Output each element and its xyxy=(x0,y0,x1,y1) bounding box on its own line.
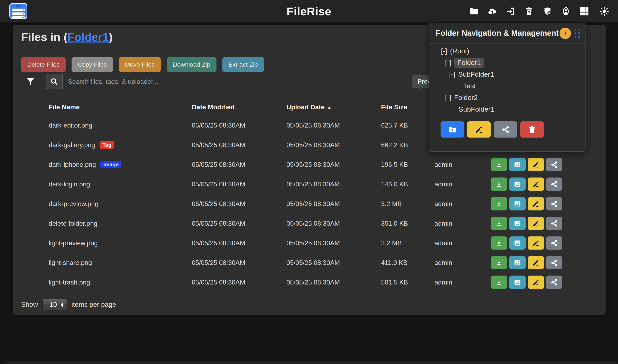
file-name[interactable]: dark-gallery.png xyxy=(49,141,95,149)
drag-handle-icon[interactable] xyxy=(575,29,580,38)
tree-item-subfolder1[interactable]: [-]SubFolder1 xyxy=(429,68,585,80)
rename-icon[interactable] xyxy=(528,178,544,191)
admin-shield-icon[interactable] xyxy=(542,6,552,16)
search-input[interactable] xyxy=(62,74,421,89)
share-icon[interactable] xyxy=(546,256,562,269)
search-icon[interactable] xyxy=(46,74,62,89)
delete-folder-icon[interactable] xyxy=(520,121,544,138)
copy-files-button[interactable]: Copy Files xyxy=(72,57,113,72)
col-file-name[interactable]: File Name xyxy=(49,104,79,111)
file-name[interactable]: dark-login.png xyxy=(49,181,90,188)
file-name[interactable]: dark-editor.png xyxy=(49,122,92,129)
share-icon[interactable] xyxy=(546,158,562,171)
folder-label-selected[interactable]: Folder1 xyxy=(454,58,484,68)
folder-label[interactable]: (Root) xyxy=(450,47,469,55)
file-size: 3.2 MB xyxy=(381,200,402,208)
download-icon[interactable] xyxy=(491,217,507,230)
file-name[interactable]: delete-folder.png xyxy=(49,220,97,227)
upload-date: 05/05/25 08:30AM xyxy=(286,279,340,286)
upload-date: 05/05/25 08:30AM xyxy=(286,181,340,188)
download-icon[interactable] xyxy=(491,256,507,269)
preview-image-icon[interactable] xyxy=(509,197,526,210)
uploader: admin xyxy=(434,200,452,208)
filter-funnel-icon[interactable] xyxy=(26,77,35,87)
share-icon[interactable] xyxy=(546,217,562,230)
move-files-button[interactable]: Move Files xyxy=(119,57,161,72)
download-icon[interactable] xyxy=(491,236,507,250)
preview-image-icon[interactable] xyxy=(509,276,526,289)
file-badge: Tag xyxy=(100,141,114,149)
download-icon[interactable] xyxy=(491,158,507,171)
collapse-toggle[interactable]: [-] xyxy=(441,47,447,55)
folder-navigation-panel: Folder Navigation & Management i [-](Roo… xyxy=(429,23,586,152)
user-account-icon[interactable] xyxy=(561,6,571,16)
folder-label[interactable]: Folder2 xyxy=(454,94,478,102)
light-mode-sun-icon[interactable] xyxy=(599,6,609,16)
apps-grid-icon[interactable] xyxy=(579,6,589,16)
date-modified: 05/05/25 08:30AM xyxy=(192,141,245,149)
cloud-upload-icon[interactable] xyxy=(487,6,497,16)
folder-icon[interactable] xyxy=(469,6,479,16)
folder-label[interactable]: SubFolder1 xyxy=(458,70,494,78)
download-icon[interactable] xyxy=(491,178,507,191)
date-modified: 05/05/25 08:30AM xyxy=(192,220,245,227)
collapse-toggle[interactable]: [-] xyxy=(445,94,451,102)
col-date-modified[interactable]: Date Modified xyxy=(192,104,235,111)
preview-image-icon[interactable] xyxy=(509,178,526,191)
tree-item-folder2[interactable]: [-]Folder2 xyxy=(429,92,585,104)
folder-panel-title: Folder Navigation & Management xyxy=(436,29,559,38)
table-row: dark-iphone.pngImage 05/05/25 08:30AM 05… xyxy=(13,155,605,174)
sign-in-icon[interactable] xyxy=(506,6,516,16)
file-name[interactable]: light-trash.png xyxy=(49,279,90,286)
items-per-page-select[interactable]: 10 ▲▼ xyxy=(42,299,67,311)
date-modified: 05/05/25 08:30AM xyxy=(192,279,245,286)
share-icon[interactable] xyxy=(546,197,562,210)
rename-icon[interactable] xyxy=(528,236,544,250)
file-size: 501.5 KB xyxy=(381,279,408,286)
rename-icon[interactable] xyxy=(528,256,544,269)
filerise-app: FileRise Files in (Folder1) Delete Files… xyxy=(0,0,618,364)
download-zip-button[interactable]: Download Zip xyxy=(167,57,216,72)
collapse-toggle[interactable]: [-] xyxy=(445,59,451,67)
rename-icon[interactable] xyxy=(528,197,544,210)
uploader: admin xyxy=(434,161,452,169)
folder-label[interactable]: Test xyxy=(463,82,476,90)
tree-item-test[interactable]: Test xyxy=(429,80,585,92)
folder-label[interactable]: SubFolder1 xyxy=(459,105,495,113)
file-name[interactable]: dark-preview.png xyxy=(49,200,99,208)
bottom-card-edge xyxy=(4,361,618,364)
file-name[interactable]: dark-iphone.png xyxy=(49,161,96,169)
download-icon[interactable] xyxy=(491,276,507,289)
download-icon[interactable] xyxy=(491,197,507,210)
file-name[interactable]: light-preview.png xyxy=(49,239,98,247)
col-upload-date[interactable]: Upload Date▲ xyxy=(286,104,332,111)
preview-image-icon[interactable] xyxy=(509,158,526,171)
rename-folder-icon[interactable] xyxy=(467,121,491,138)
info-icon[interactable]: i xyxy=(560,27,571,39)
tree-item-root[interactable]: [-](Root) xyxy=(429,45,585,57)
share-icon[interactable] xyxy=(546,276,562,289)
tree-item-folder1[interactable]: [-]Folder1 xyxy=(429,57,585,68)
extract-zip-button[interactable]: Extract Zip xyxy=(223,57,264,72)
collapse-toggle[interactable]: [-] xyxy=(449,70,455,78)
tree-item-subfolder1-2[interactable]: SubFolder1 xyxy=(429,104,585,115)
trash-restore-icon[interactable] xyxy=(524,6,534,16)
rename-icon[interactable] xyxy=(528,276,544,289)
share-folder-icon[interactable] xyxy=(494,121,517,138)
preview-image-icon[interactable] xyxy=(509,256,526,269)
heading-suffix: ) xyxy=(109,30,113,43)
delete-files-button[interactable]: Delete Files xyxy=(21,57,66,72)
share-icon[interactable] xyxy=(546,236,562,250)
col-file-size[interactable]: File Size xyxy=(381,104,407,111)
preview-image-icon[interactable] xyxy=(509,217,526,230)
folder-link[interactable]: Folder1 xyxy=(67,30,109,43)
create-folder-icon[interactable] xyxy=(441,121,464,138)
share-icon[interactable] xyxy=(546,178,562,191)
preview-image-icon[interactable] xyxy=(509,236,526,250)
top-bar: FileRise xyxy=(0,0,618,23)
rename-icon[interactable] xyxy=(528,158,544,171)
table-row: light-preview.png 05/05/25 08:30AM 05/05… xyxy=(13,233,605,253)
file-name[interactable]: light-share.png xyxy=(49,259,92,267)
table-row: dark-preview.png 05/05/25 08:30AM 05/05/… xyxy=(13,194,605,214)
rename-icon[interactable] xyxy=(528,217,544,230)
